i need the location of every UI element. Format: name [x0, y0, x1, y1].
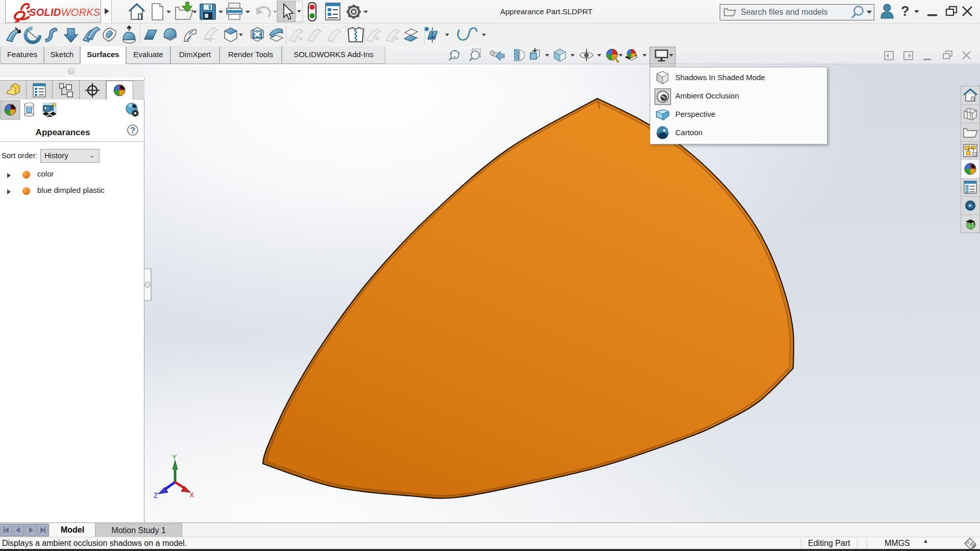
svg-text:?: ?	[901, 4, 910, 19]
svg-text:X: X	[189, 491, 194, 499]
svg-text:Z: Z	[154, 491, 158, 499]
svg-text:Y: Y	[172, 454, 177, 461]
